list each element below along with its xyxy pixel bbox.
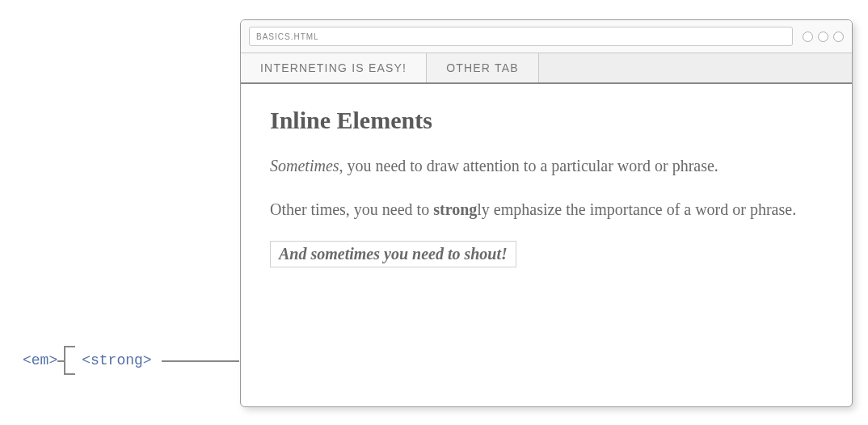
minimize-icon[interactable] [803,32,813,42]
bracket-icon [64,346,75,375]
page-content: Inline Elements Sometimes, you need to d… [241,84,852,290]
annotation-labels: <em> <strong> [23,346,239,375]
p2-post: ly emphasize the importance of a word or… [477,200,796,218]
shout-box: And sometimes you need to shout! [270,241,516,267]
shout-text: And sometimes you need to shout! [279,245,508,263]
paragraph-strong-example: Other times, you need to strongly emphas… [270,197,823,221]
tab-label: INTERNETING IS EASY! [260,61,407,74]
close-icon[interactable] [833,32,844,42]
em-word: Sometimes [270,157,339,175]
maximize-icon[interactable] [818,32,828,42]
p2-pre: Other times, you need to [270,200,433,218]
window-controls [803,32,844,42]
strong-word: strong [433,200,477,218]
tab-label: OTHER TAB [446,61,519,74]
address-text: BASICS.HTML [256,32,319,41]
browser-window: BASICS.HTML INTERNETING IS EASY! OTHER T… [240,19,853,407]
tabs-row: INTERNETING IS EASY! OTHER TAB [241,53,852,84]
paragraph-em-example: Sometimes, you need to draw attention to… [270,154,823,178]
address-bar[interactable]: BASICS.HTML [249,27,793,46]
tab-interneting[interactable]: INTERNETING IS EASY! [241,53,427,82]
em-tag-label: <em> [23,352,57,368]
connector-line [162,360,239,362]
strong-tag-label: <strong> [82,352,151,368]
page-heading: Inline Elements [270,107,823,134]
address-row: BASICS.HTML [241,20,852,53]
tab-other[interactable]: OTHER TAB [427,53,539,82]
p1-rest: , you need to draw attention to a partic… [339,157,718,175]
